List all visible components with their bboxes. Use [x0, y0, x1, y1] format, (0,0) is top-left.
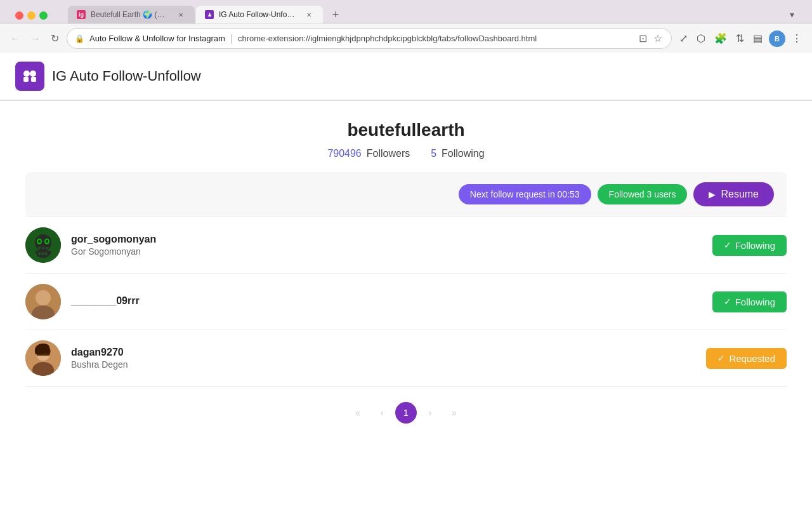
chrome-menu-button[interactable]: ⋮: [789, 31, 804, 46]
tab-list-button[interactable]: ▾: [787, 7, 797, 22]
followers-count: 790496: [327, 148, 361, 159]
bookmark-icon[interactable]: ☆: [652, 31, 664, 46]
browser-window: ig Beutefull Earth 🌍 (@beutefu... ✕ ♟ IG…: [0, 0, 812, 497]
user-fullname-3: Bushra Degen: [71, 359, 706, 370]
svg-point-0: [23, 70, 30, 77]
address-action-icons: ⊡ ☆: [638, 31, 664, 46]
prev-page-button[interactable]: ‹: [371, 402, 393, 424]
page-1-button[interactable]: 1: [395, 402, 417, 424]
user-avatar-1: [25, 227, 61, 263]
profile-section: beutefullearth 790496 Followers 5 Follow…: [25, 101, 787, 172]
main-content: beutefullearth 790496 Followers 5 Follow…: [0, 101, 812, 439]
following-label: Following: [442, 148, 485, 159]
tab1-close-button[interactable]: ✕: [176, 10, 186, 20]
sidebar-button[interactable]: ▤: [750, 31, 765, 46]
skull-avatar-icon: [25, 227, 61, 263]
close-window-button[interactable]: [15, 11, 23, 20]
security-icon: 🔒: [75, 34, 84, 43]
svg-point-9: [46, 240, 48, 243]
next-page-button[interactable]: ›: [419, 402, 441, 424]
extension-logo: [15, 62, 44, 91]
person2-avatar-icon: [25, 340, 61, 376]
user-fullname-1: Gor Sogomonyan: [71, 246, 712, 257]
minimize-window-button[interactable]: [27, 11, 36, 20]
last-page-button[interactable]: »: [443, 402, 465, 424]
page-1-label: 1: [403, 408, 409, 418]
next-follow-button[interactable]: Next follow request in 00:53: [459, 184, 591, 204]
browser-chrome: ig Beutefull Earth 🌍 (@beutefu... ✕ ♟ IG…: [0, 0, 812, 53]
toolbar-icons: ⤢ ⬡ 🧩 ⇅ ▤ B ⋮: [677, 30, 804, 47]
user-avatar-2: [25, 284, 61, 319]
resume-label: Resume: [721, 189, 759, 200]
extensions-button[interactable]: ⬡: [694, 31, 708, 46]
resume-button[interactable]: ▶ Resume: [693, 182, 774, 206]
cast-icon[interactable]: ⊡: [638, 31, 648, 46]
profile-username: beutefullearth: [25, 120, 787, 140]
tab-bar: ig Beutefull Earth 🌍 (@beutefu... ✕ ♟ IG…: [60, 6, 804, 23]
forward-button[interactable]: →: [28, 32, 43, 46]
last-page-icon: »: [452, 408, 457, 418]
pagination: « ‹ 1 › »: [25, 387, 787, 439]
first-page-button[interactable]: «: [347, 402, 369, 424]
following-button-1[interactable]: ✓ Following: [712, 235, 787, 256]
svg-point-1: [30, 70, 36, 77]
user-info-3: dagan9270 Bushra Degen: [71, 347, 706, 370]
svg-rect-11: [42, 247, 44, 249]
tab-ig-auto-follow[interactable]: ♟ IG Auto Follow-Unfollow ✕: [196, 6, 323, 23]
extension-header: IG Auto Follow-Unfollow: [0, 53, 812, 101]
svg-rect-14: [42, 252, 44, 255]
followed-users-button[interactable]: Followed 3 users: [598, 184, 688, 204]
following-button-2[interactable]: ✓ Following: [712, 291, 787, 312]
action-bar: Next follow request in 00:53 Followed 3 …: [25, 172, 787, 217]
play-icon: ▶: [709, 189, 716, 199]
prev-page-icon: ‹: [381, 408, 384, 418]
following-label-1: Following: [735, 240, 775, 251]
person1-avatar-icon: [25, 284, 61, 319]
screen-capture-button[interactable]: ⤢: [677, 31, 690, 46]
maximize-window-button[interactable]: [39, 11, 48, 20]
svg-rect-13: [39, 252, 41, 255]
logo-icon: [21, 67, 39, 85]
user-list: gor_sogomonyan Gor Sogomonyan ✓ Followin…: [25, 217, 787, 387]
user-handle-1: gor_sogomonyan: [71, 234, 712, 245]
check-icon-1: ✓: [724, 240, 731, 250]
extension-page: IG Auto Follow-Unfollow beutefullearth 7…: [0, 53, 812, 497]
user-info-1: gor_sogomonyan Gor Sogomonyan: [71, 234, 712, 257]
extension-title: IG Auto Follow-Unfollow: [52, 68, 201, 84]
svg-rect-3: [31, 77, 36, 82]
tab2-close-button[interactable]: ✕: [304, 10, 314, 20]
address-separator: |: [230, 33, 233, 44]
svg-rect-15: [45, 252, 47, 255]
svg-rect-2: [23, 77, 29, 82]
user-avatar-3: [25, 340, 61, 376]
svg-point-17: [36, 290, 51, 305]
first-page-icon: «: [355, 408, 360, 418]
tab-beutefull-earth[interactable]: ig Beutefull Earth 🌍 (@beutefu... ✕: [68, 6, 195, 23]
check-icon-2: ✓: [724, 297, 731, 307]
check-icon-3: ✓: [717, 353, 725, 363]
site-name: Auto Follow & Unfollow for Instagram: [89, 34, 225, 43]
reload-button[interactable]: ↻: [48, 31, 62, 46]
new-tab-button[interactable]: +: [327, 6, 344, 23]
instagram-favicon: ig: [77, 10, 86, 19]
user-handle-2: ________09rrr: [71, 295, 712, 307]
svg-rect-12: [46, 247, 48, 249]
browser-user-avatar[interactable]: B: [769, 30, 785, 47]
table-row: gor_sogomonyan Gor Sogomonyan ✓ Followin…: [25, 217, 787, 274]
table-row: ________09rrr ✓ Following: [25, 274, 787, 330]
svg-rect-10: [38, 247, 41, 249]
requested-label-3: Requested: [729, 353, 775, 364]
address-bar-container: ← → ↻ 🔒 Auto Follow & Unfollow for Insta…: [0, 23, 812, 53]
extension-favicon: ♟: [205, 10, 214, 19]
tab2-title: IG Auto Follow-Unfollow: [219, 10, 296, 19]
tab1-title: Beutefull Earth 🌍 (@beutefu...: [91, 10, 168, 19]
puzzle-piece-button[interactable]: 🧩: [712, 31, 730, 46]
next-page-icon: ›: [429, 408, 432, 418]
requested-button-3[interactable]: ✓ Requested: [706, 348, 787, 369]
ig-auto-toolbar-button[interactable]: ⇅: [733, 31, 747, 46]
user-handle-3: dagan9270: [71, 347, 706, 358]
address-bar[interactable]: 🔒 Auto Follow & Unfollow for Instagram |…: [67, 28, 672, 49]
back-button[interactable]: ←: [8, 32, 23, 46]
following-count: 5: [431, 148, 436, 159]
user-info-2: ________09rrr: [71, 295, 712, 308]
